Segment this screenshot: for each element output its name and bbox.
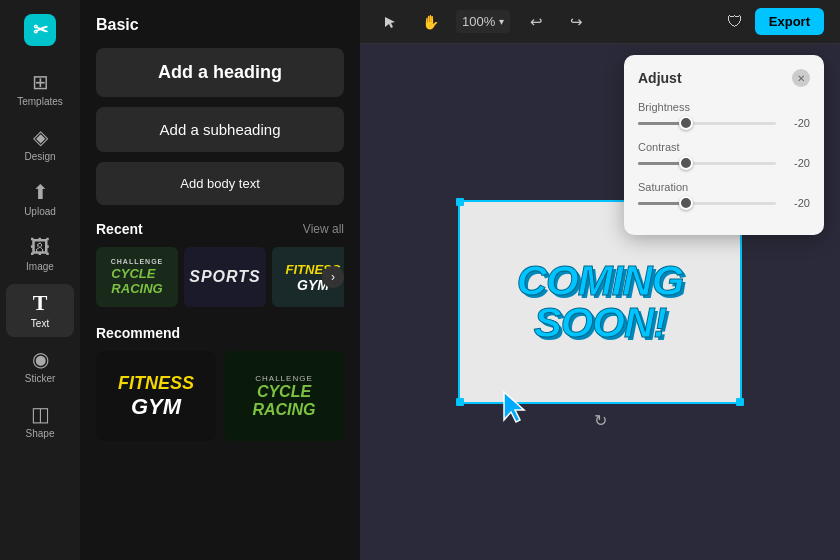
sidebar-item-templates[interactable]: ⊞ Templates	[6, 64, 74, 115]
sidebar: ✂ ⊞ Templates ◈ Design ⬆ Upload 🖼 Image …	[0, 0, 80, 560]
adjust-panel: Adjust ✕ Brightness -20 Contrast -20	[624, 55, 824, 235]
brightness-value: -20	[784, 117, 810, 129]
contrast-control: -20	[638, 157, 810, 169]
recommend-grid: FITNESS GYM CHALLENGE CYCLE RACING	[96, 351, 344, 441]
canvas-area: ✋ 100% ▾ ↩ ↪ 🛡 Export COMING SOON! ↻ Adj…	[360, 0, 840, 560]
svg-marker-2	[385, 17, 395, 28]
rotate-handle[interactable]: ↻	[594, 411, 607, 430]
add-heading-button[interactable]: Add a heading	[96, 48, 344, 97]
contrast-value: -20	[784, 157, 810, 169]
image-icon: 🖼	[30, 237, 50, 257]
recommend-cycle-racing[interactable]: CHALLENGE CYCLE RACING	[224, 351, 344, 441]
svg-text:✂: ✂	[33, 20, 49, 40]
brightness-row: Brightness -20	[638, 101, 810, 129]
recent-next-button[interactable]: ›	[322, 266, 344, 288]
sticker-icon: ◉	[32, 349, 49, 369]
add-subheading-button[interactable]: Add a subheading	[96, 107, 344, 152]
saturation-row: Saturation -20	[638, 181, 810, 209]
adjust-close-button[interactable]: ✕	[792, 69, 810, 87]
zoom-control[interactable]: 100% ▾	[456, 10, 510, 33]
sidebar-label-shape: Shape	[26, 428, 55, 439]
contrast-slider-track[interactable]	[638, 162, 776, 165]
recent-item-cycle[interactable]: CHALLENGE CYCLERACING	[96, 247, 178, 307]
sidebar-item-text[interactable]: T Text	[6, 284, 74, 337]
corner-handle-br[interactable]	[736, 398, 744, 406]
adjust-header: Adjust ✕	[638, 69, 810, 87]
corner-handle-bl[interactable]	[456, 398, 464, 406]
sidebar-item-sticker[interactable]: ◉ Sticker	[6, 341, 74, 392]
sidebar-item-shape[interactable]: ◫ Shape	[6, 396, 74, 447]
panel-title: Basic	[96, 16, 344, 34]
text-panel: Basic Add a heading Add a subheading Add…	[80, 0, 360, 560]
sidebar-label-design: Design	[24, 151, 55, 162]
cycle-rec-label: CYCLE	[257, 383, 311, 401]
saturation-slider-track[interactable]	[638, 202, 776, 205]
text-icon: T	[33, 292, 48, 314]
challenge-rec-label: CHALLENGE	[255, 374, 312, 383]
recent-section-header: Recent View all	[96, 221, 344, 237]
sidebar-item-design[interactable]: ◈ Design	[6, 119, 74, 170]
recommend-title: Recommend	[96, 325, 180, 341]
fitness-rec-label: FITNESS	[118, 373, 194, 394]
saturation-label: Saturation	[638, 181, 810, 193]
upload-icon: ⬆	[32, 182, 49, 202]
saturation-value: -20	[784, 197, 810, 209]
racing-rec-label: RACING	[252, 401, 315, 419]
sidebar-item-upload[interactable]: ⬆ Upload	[6, 174, 74, 225]
sidebar-item-image[interactable]: 🖼 Image	[6, 229, 74, 280]
brightness-slider-track[interactable]	[638, 122, 776, 125]
sidebar-label-upload: Upload	[24, 206, 56, 217]
recommend-section-header: Recommend	[96, 325, 344, 341]
sidebar-label-sticker: Sticker	[25, 373, 56, 384]
brightness-label: Brightness	[638, 101, 810, 113]
hand-tool[interactable]: ✋	[416, 8, 444, 36]
gym-rec-label: GYM	[131, 394, 181, 420]
undo-button[interactable]: ↩	[522, 8, 550, 36]
zoom-chevron: ▾	[499, 16, 504, 27]
shield-icon[interactable]: 🛡	[727, 13, 743, 31]
contrast-slider-thumb[interactable]	[679, 156, 693, 170]
challenge-label-recent: CHALLENGE	[111, 258, 164, 265]
view-all-button[interactable]: View all	[303, 222, 344, 236]
recent-item-sports[interactable]: SPORTS	[184, 247, 266, 307]
templates-icon: ⊞	[32, 72, 49, 92]
design-icon: ◈	[33, 127, 48, 147]
pointer-tool[interactable]	[376, 8, 404, 36]
recent-grid: CHALLENGE CYCLERACING SPORTS FITNESS GYM…	[96, 247, 344, 307]
brightness-control: -20	[638, 117, 810, 129]
sports-text-recent: SPORTS	[189, 268, 261, 286]
add-body-button[interactable]: Add body text	[96, 162, 344, 205]
export-button[interactable]: Export	[755, 8, 824, 35]
recommend-fitness-gym[interactable]: FITNESS GYM	[96, 351, 216, 441]
adjust-title: Adjust	[638, 70, 682, 86]
saturation-slider-thumb[interactable]	[679, 196, 693, 210]
coming-soon-text[interactable]: COMING SOON!	[517, 260, 684, 344]
brightness-slider-thumb[interactable]	[679, 116, 693, 130]
toolbar: ✋ 100% ▾ ↩ ↪ 🛡 Export	[360, 0, 840, 44]
contrast-row: Contrast -20	[638, 141, 810, 169]
shape-icon: ◫	[31, 404, 50, 424]
sidebar-label-text: Text	[31, 318, 49, 329]
saturation-control: -20	[638, 197, 810, 209]
cycle-racing-recent: CYCLERACING	[111, 266, 162, 296]
corner-handle-tl[interactable]	[456, 198, 464, 206]
zoom-value: 100%	[462, 14, 495, 29]
redo-button[interactable]: ↪	[562, 8, 590, 36]
app-logo: ✂	[22, 12, 58, 48]
sidebar-label-image: Image	[26, 261, 54, 272]
contrast-label: Contrast	[638, 141, 810, 153]
sidebar-label-templates: Templates	[17, 96, 63, 107]
recent-title: Recent	[96, 221, 143, 237]
